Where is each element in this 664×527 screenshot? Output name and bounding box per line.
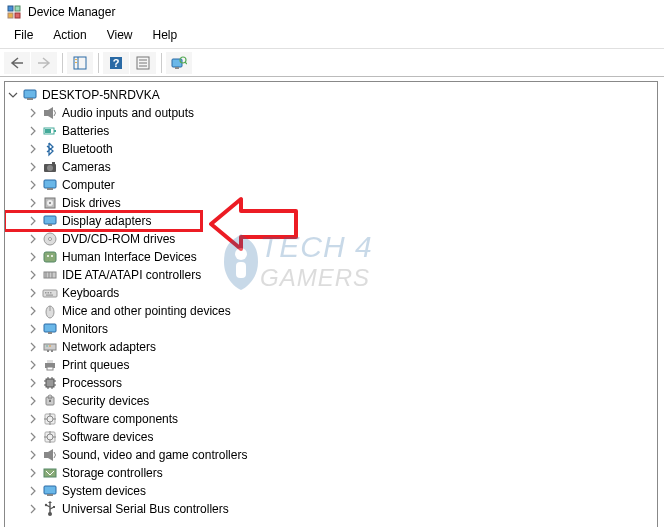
expand-toggle-icon[interactable]: [27, 467, 39, 479]
tree-item-label: Software components: [62, 412, 178, 426]
expand-toggle-icon[interactable]: [27, 233, 39, 245]
expand-toggle-icon[interactable]: [27, 305, 39, 317]
svg-rect-33: [48, 224, 52, 226]
expand-toggle-icon[interactable]: [27, 503, 39, 515]
expand-toggle-icon[interactable]: [27, 413, 39, 425]
svg-point-35: [49, 238, 52, 241]
disk-icon: [42, 195, 58, 211]
toolbar-separator: [62, 53, 63, 73]
expand-toggle-icon[interactable]: [27, 485, 39, 497]
tree-item[interactable]: Storage controllers: [5, 464, 657, 482]
expand-toggle-icon[interactable]: [27, 359, 39, 371]
svg-rect-23: [45, 129, 51, 133]
tree-item[interactable]: Sound, video and game controllers: [5, 446, 657, 464]
toolbar-show-hide-button[interactable]: [67, 52, 93, 74]
expand-toggle-icon[interactable]: [27, 431, 39, 443]
expand-toggle-icon[interactable]: [7, 89, 19, 101]
usb-icon: [42, 501, 58, 517]
tree-item[interactable]: Security devices: [5, 392, 657, 410]
menu-view[interactable]: View: [99, 26, 141, 44]
expand-toggle-icon[interactable]: [27, 323, 39, 335]
expand-toggle-icon[interactable]: [27, 143, 39, 155]
software-icon: [42, 429, 58, 445]
devmgr-title-icon: [6, 4, 22, 20]
expand-toggle-icon[interactable]: [27, 449, 39, 461]
svg-rect-36: [44, 252, 56, 262]
tree-item[interactable]: Computer: [5, 176, 657, 194]
svg-point-25: [47, 165, 53, 171]
svg-rect-79: [47, 494, 53, 496]
menu-file[interactable]: File: [6, 26, 41, 44]
tree-item[interactable]: Processors: [5, 374, 657, 392]
tree-item[interactable]: Human Interface Devices: [5, 248, 657, 266]
expand-toggle-icon[interactable]: [27, 179, 39, 191]
toolbar-back-button[interactable]: [4, 52, 30, 74]
tree-item-label: Cameras: [62, 160, 111, 174]
svg-rect-19: [27, 98, 33, 100]
toolbar: ?: [0, 49, 664, 77]
toolbar-help-button[interactable]: ?: [103, 52, 129, 74]
tree-item-label: Universal Serial Bus controllers: [62, 502, 229, 516]
expand-toggle-icon[interactable]: [27, 251, 39, 263]
monitor-icon: [42, 321, 58, 337]
menu-help[interactable]: Help: [145, 26, 186, 44]
tree-item[interactable]: Mice and other pointing devices: [5, 302, 657, 320]
expand-toggle-icon[interactable]: [27, 269, 39, 281]
expand-toggle-icon[interactable]: [27, 395, 39, 407]
svg-text:?: ?: [113, 57, 120, 69]
expand-toggle-icon[interactable]: [27, 107, 39, 119]
svg-rect-53: [47, 350, 49, 352]
expand-toggle-icon[interactable]: [27, 161, 39, 173]
svg-rect-20: [44, 110, 48, 116]
svg-rect-28: [47, 188, 53, 190]
svg-point-82: [45, 504, 47, 506]
tree-item[interactable]: Software components: [5, 410, 657, 428]
tree-item[interactable]: IDE ATA/ATAPI controllers: [5, 266, 657, 284]
expand-toggle-icon[interactable]: [27, 125, 39, 137]
tree-item[interactable]: Keyboards: [5, 284, 657, 302]
toolbar-scan-button[interactable]: [166, 52, 192, 74]
toolbar-properties-button[interactable]: [130, 52, 156, 74]
computer-icon: [42, 177, 58, 193]
tree-item[interactable]: DVD/CD-ROM drives: [5, 230, 657, 248]
svg-rect-51: [48, 332, 52, 334]
tree-item[interactable]: Display adapters: [5, 212, 657, 230]
tree-item[interactable]: Disk drives: [5, 194, 657, 212]
svg-rect-15: [175, 67, 179, 69]
tree-item[interactable]: Monitors: [5, 320, 657, 338]
device-tree[interactable]: DESKTOP-5NRDVKA Audio inputs and outputs…: [4, 81, 658, 527]
svg-rect-76: [44, 452, 48, 458]
expand-toggle-icon[interactable]: [27, 215, 39, 227]
tree-root[interactable]: DESKTOP-5NRDVKA: [5, 86, 657, 104]
svg-rect-18: [24, 90, 36, 98]
tree-item-label: Storage controllers: [62, 466, 163, 480]
toolbar-forward-button[interactable]: [31, 52, 57, 74]
menu-action[interactable]: Action: [45, 26, 94, 44]
tree-item[interactable]: System devices: [5, 482, 657, 500]
tree-item[interactable]: Cameras: [5, 158, 657, 176]
expand-toggle-icon[interactable]: [27, 341, 39, 353]
tree-item[interactable]: Audio inputs and outputs: [5, 104, 657, 122]
tree-item[interactable]: Batteries: [5, 122, 657, 140]
tree-item[interactable]: Universal Serial Bus controllers: [5, 500, 657, 518]
svg-point-56: [49, 345, 50, 346]
svg-rect-58: [47, 360, 53, 363]
svg-rect-47: [46, 295, 53, 296]
svg-rect-7: [75, 62, 77, 63]
expand-toggle-icon[interactable]: [27, 197, 39, 209]
tree-item[interactable]: Network adapters: [5, 338, 657, 356]
svg-rect-54: [51, 350, 53, 352]
menubar: File Action View Help: [0, 24, 664, 49]
tree-item[interactable]: Print queues: [5, 356, 657, 374]
printer-icon: [42, 357, 58, 373]
expand-toggle-icon[interactable]: [27, 287, 39, 299]
tree-item[interactable]: Software devices: [5, 428, 657, 446]
security-icon: [42, 393, 58, 409]
expand-toggle-icon[interactable]: [27, 377, 39, 389]
keyboard-icon: [42, 285, 58, 301]
svg-rect-32: [44, 216, 56, 224]
tree-item[interactable]: Bluetooth: [5, 140, 657, 158]
svg-rect-27: [44, 180, 56, 188]
tree-item-label: Processors: [62, 376, 122, 390]
svg-rect-83: [53, 506, 55, 508]
